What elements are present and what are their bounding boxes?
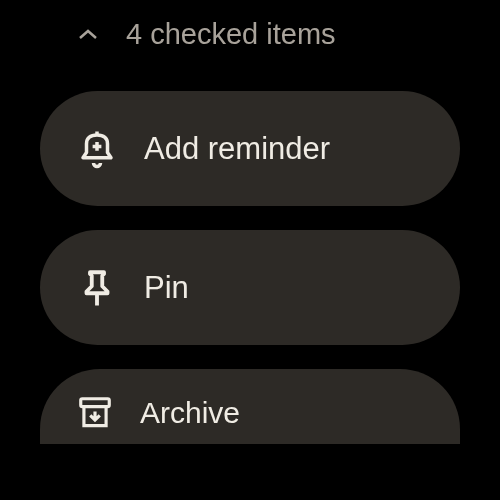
svg-rect-0 (81, 399, 110, 407)
actions-list: Add reminder Pin Archive (0, 51, 500, 444)
add-reminder-button[interactable]: Add reminder (40, 91, 460, 206)
add-reminder-label: Add reminder (144, 131, 330, 167)
archive-button[interactable]: Archive (40, 369, 460, 444)
pin-button[interactable]: Pin (40, 230, 460, 345)
checked-items-header[interactable]: 4 checked items (0, 0, 500, 51)
archive-label: Archive (140, 396, 240, 432)
pin-icon (76, 267, 118, 309)
archive-icon (76, 394, 114, 432)
bell-plus-icon (76, 128, 118, 170)
pin-label: Pin (144, 270, 189, 306)
chevron-up-icon (78, 29, 98, 41)
checked-items-count: 4 checked items (126, 18, 336, 51)
